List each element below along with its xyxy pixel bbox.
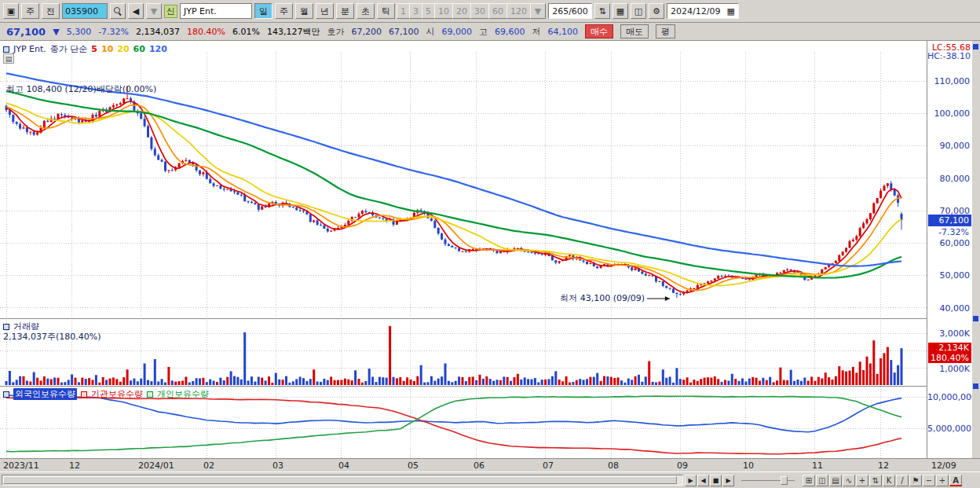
split-pane-icon[interactable]: ◫	[816, 475, 828, 486]
chart-scrollbar[interactable]	[2, 475, 683, 486]
ma10-legend: 10	[101, 44, 113, 54]
pane-resize-handle[interactable]	[973, 316, 978, 321]
bar-count-display: 265/600	[548, 3, 592, 19]
crosshair-icon[interactable]: +	[856, 475, 868, 486]
k-chart-icon[interactable]: K	[883, 475, 895, 486]
trendline-icon[interactable]: ∿	[843, 475, 855, 486]
period-second-button[interactable]: 초	[357, 3, 375, 19]
play-button[interactable]: ▶	[685, 475, 697, 486]
week-tab-button[interactable]: 주	[21, 3, 39, 19]
scrollbar-thumb[interactable]	[3, 476, 677, 484]
prev-stock-button[interactable]: ◀	[128, 3, 144, 19]
pane-tool-icon[interactable]: ▤	[3, 53, 14, 64]
minute-5-button[interactable]: 5	[422, 3, 435, 19]
stock-code-input[interactable]	[62, 3, 108, 19]
quote-bar: 67,100 ▼ 5,300 -7.32% 2,134,037 180.40% …	[0, 23, 980, 41]
search-button[interactable]	[110, 3, 126, 19]
zoom-in-icon[interactable]: +	[936, 475, 949, 486]
minute-interval-group: 1 3 5 10 20 30 60 120 ▼	[397, 3, 546, 19]
save-button[interactable]: ◫	[631, 3, 646, 19]
chart-style-button[interactable]: ▦	[612, 3, 628, 19]
hoga-label: 호가	[327, 26, 344, 38]
price-tick: 100,000	[927, 108, 970, 119]
compare-button[interactable]: ⇅	[594, 3, 610, 19]
institution-holdings-label[interactable]: 기관보유수량	[91, 388, 143, 400]
price-tick: 50,000	[927, 270, 970, 281]
last-price: 67,100	[6, 26, 46, 38]
xaxis-month-label: 02	[203, 460, 214, 471]
minute-60-button[interactable]: 60	[488, 3, 507, 19]
minute-10-button[interactable]: 10	[434, 3, 453, 19]
low-price: 64,100	[547, 27, 578, 37]
current-volume-pct-tag: 180.40%	[928, 353, 971, 363]
price-pane-header: JYP Ent. 종가 단순 5 10 20 60 120	[3, 43, 167, 55]
pane-resize-handle[interactable]	[973, 44, 978, 50]
period-year-button[interactable]: 년	[316, 3, 334, 19]
open-price: 69,000	[441, 27, 472, 37]
period-minute-button[interactable]: 분	[336, 3, 354, 19]
ma120-legend: 120	[149, 44, 167, 54]
pane-resize-strip	[972, 41, 980, 458]
zoom-out-icon[interactable]: −	[923, 475, 935, 486]
date-picker[interactable]: 2024/12/09 ▦	[667, 3, 739, 19]
foreign-holdings-label[interactable]: 외국인보유수량	[13, 388, 77, 400]
period-month-button[interactable]: 월	[295, 3, 313, 19]
draw-line-icon[interactable]: /	[896, 475, 909, 486]
credit-badge: 신	[164, 5, 177, 18]
gear-icon: ⚙	[653, 6, 660, 17]
indicator-list-icon[interactable]: ▤	[829, 475, 842, 486]
stock-name: JYP Ent.	[184, 6, 217, 17]
minute-30-button[interactable]: 30	[470, 3, 489, 19]
font-size-icon[interactable]: A	[949, 475, 962, 486]
zoom-slider-thumb[interactable]	[781, 476, 788, 485]
chart-style-icon: ▦	[616, 6, 624, 17]
stop-button[interactable]: ■	[710, 475, 722, 486]
buy-button[interactable]: 매수	[585, 24, 613, 39]
individual-holdings-label[interactable]: 개인보유수량	[157, 388, 209, 400]
price-tick: 60,000	[927, 238, 970, 248]
period-day-button[interactable]: 일	[254, 3, 272, 19]
price-tick: 90,000	[927, 141, 970, 151]
date-value: 2024/12/09	[671, 6, 720, 17]
stock-dropdown-button[interactable]: ▼	[146, 3, 162, 19]
window-mode-button[interactable]: ▣	[3, 3, 19, 19]
period-week-button[interactable]: 주	[275, 3, 293, 19]
minute-1-button[interactable]: 1	[397, 3, 410, 19]
time-axis: 12/09 2023/11122024/01020304050607080910…	[0, 458, 980, 471]
fast-forward-button[interactable]: ▶	[722, 475, 734, 486]
low-label: 저	[532, 26, 540, 38]
sell-button[interactable]: 매도	[620, 24, 649, 39]
ma20-legend: 20	[117, 44, 129, 54]
stock-name-display: JYP Ent.	[180, 3, 252, 19]
minute-20-button[interactable]: 20	[452, 3, 471, 19]
high-annotation: 최고 108,400 (12/20)배당락(0.00%)	[6, 83, 156, 95]
ask-price: 67,200	[351, 27, 382, 37]
flag-icon[interactable]: ⚑	[909, 475, 922, 486]
price-tick: 80,000	[927, 174, 970, 184]
chevron-down-icon: ▼	[535, 6, 541, 17]
xaxis-month-label: 08	[608, 460, 619, 471]
legend-prefix: 종가 단순	[50, 43, 88, 55]
pane-marker-icon	[81, 391, 87, 398]
minute-120-button[interactable]: 120	[506, 3, 531, 19]
all-tab-button[interactable]: 전	[42, 3, 60, 19]
zoom-slider[interactable]	[741, 480, 795, 481]
minute-dropdown-button[interactable]: ▼	[530, 3, 546, 19]
trade-value: 143,127백만	[267, 26, 320, 38]
price-pane-title[interactable]: JYP Ent.	[13, 44, 46, 54]
settings-button[interactable]: ⚙	[649, 3, 664, 19]
chart-toolbar: ▣ 주 전 ◀ ▼ 신 JYP Ent. 일 주 월 년 분 초 틱 1 3 5…	[0, 0, 980, 23]
flat-button[interactable]: 평	[656, 24, 675, 39]
compare-scale-icon[interactable]: ⇅	[869, 475, 882, 486]
ma5-legend: 5	[91, 44, 97, 54]
step-back-button[interactable]: ◀	[697, 475, 709, 486]
grid-toggle-icon[interactable]: ⊞	[803, 475, 815, 486]
period-tick-button[interactable]: 틱	[377, 3, 395, 19]
volume-tick: 1,000K	[927, 364, 970, 374]
current-price-tag: 67,100	[928, 215, 971, 226]
xaxis-month-label: 09	[677, 460, 688, 471]
low-annotation: 최저 43,100 (09/09)	[528, 292, 645, 304]
minute-3-button[interactable]: 3	[409, 3, 422, 19]
pane-resize-handle[interactable]	[973, 383, 978, 389]
xaxis-month-label: 05	[408, 460, 419, 471]
